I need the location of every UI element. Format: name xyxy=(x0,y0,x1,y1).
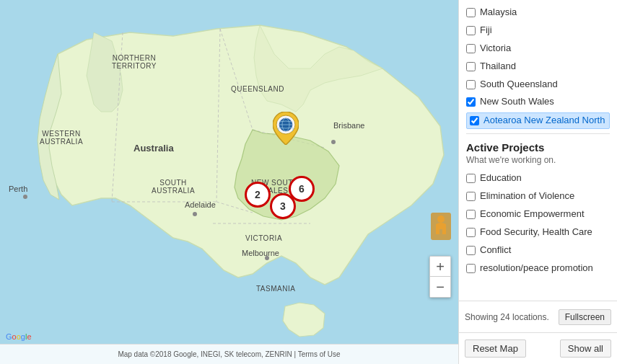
label-elimination-violence[interactable]: Elimination of Violence xyxy=(480,190,574,203)
label-aotearoa[interactable]: Aotearoa New Zealand North xyxy=(483,115,605,127)
filter-item-conflict: Conflict xyxy=(466,241,610,259)
svg-point-9 xyxy=(193,212,197,216)
label-fiji[interactable]: Fiji xyxy=(480,25,492,37)
filter-item-fiji: Fiji xyxy=(466,22,610,40)
pegman-icon[interactable] xyxy=(431,213,451,240)
checkbox-malaysia[interactable] xyxy=(466,8,476,17)
map-container: Australia NORTHERNTERRITORY WESTERNAUSTR… xyxy=(0,0,458,364)
status-bar: Showing 24 locations. Fullscreen xyxy=(459,301,617,332)
filter-item-food-security: Food Security, Health Care xyxy=(466,223,610,241)
checkbox-new-south-wales[interactable] xyxy=(466,97,476,107)
cluster-marker-6[interactable]: 6 xyxy=(289,176,315,202)
showing-locations-text: Showing 24 locations. xyxy=(465,312,549,322)
svg-point-11 xyxy=(331,140,336,144)
filter-item-thailand: Thailand xyxy=(466,58,610,76)
region-filters: Malaysia Fiji Victoria Thailand South Qu… xyxy=(466,4,610,129)
label-south-queensland[interactable]: South Queensland xyxy=(480,79,558,91)
filter-item-south-queensland: South Queensland xyxy=(466,76,610,94)
map-footer: Map data ©2018 Google, INEGI, SK telecom… xyxy=(0,344,458,364)
label-new-south-wales[interactable]: New South Wales xyxy=(480,96,554,108)
active-projects-subtitle: What we're working on. xyxy=(466,155,610,165)
filter-item-resolution-peace: resolution/peace promotion xyxy=(466,259,610,278)
filter-item-aotearoa: Aotearoa New Zealand North xyxy=(466,112,610,129)
google-logo: Google xyxy=(6,332,32,341)
checkbox-south-queensland[interactable] xyxy=(466,80,476,89)
label-education[interactable]: Education xyxy=(480,172,522,185)
fullscreen-button[interactable]: Fullscreen xyxy=(559,309,611,325)
checkbox-resolution-peace[interactable] xyxy=(466,264,476,273)
zoom-controls: + − xyxy=(429,256,451,298)
label-food-security[interactable]: Food Security, Health Care xyxy=(480,226,592,239)
cluster-marker-2[interactable]: 2 xyxy=(245,182,271,208)
checkbox-aotearoa[interactable] xyxy=(470,116,479,125)
label-economic-empowerment[interactable]: Economic Empowerment xyxy=(480,208,585,221)
right-panel: Malaysia Fiji Victoria Thailand South Qu… xyxy=(458,0,617,364)
label-thailand[interactable]: Thailand xyxy=(480,61,516,73)
label-victoria[interactable]: Victoria xyxy=(480,43,511,55)
reset-map-button[interactable]: Reset Map xyxy=(465,339,526,358)
cluster-count-6[interactable]: 6 xyxy=(289,176,315,202)
active-projects-title: Active Projects xyxy=(466,141,610,154)
zoom-out-button[interactable]: − xyxy=(430,277,450,297)
checkbox-thailand[interactable] xyxy=(466,62,476,71)
map-attribution: Map data ©2018 Google, INEGI, SK telecom… xyxy=(118,350,340,358)
filter-item-elimination-violence: Elimination of Violence xyxy=(466,187,610,205)
map-svg xyxy=(0,0,458,364)
label-malaysia[interactable]: Malaysia xyxy=(480,6,517,19)
show-all-button[interactable]: Show all xyxy=(560,339,611,358)
label-conflict[interactable]: Conflict xyxy=(480,244,511,257)
project-filters: Education Elimination of Violence Econom… xyxy=(466,169,610,277)
checkbox-victoria[interactable] xyxy=(466,44,476,53)
checkbox-elimination-violence[interactable] xyxy=(466,192,476,201)
filter-item-new-south-wales: New South Wales xyxy=(466,93,610,111)
pin-marker[interactable] xyxy=(273,112,299,143)
divider xyxy=(466,133,610,134)
bottom-actions: Reset Map Show all xyxy=(459,332,617,364)
filter-section: Malaysia Fiji Victoria Thailand South Qu… xyxy=(459,0,617,301)
label-resolution-peace[interactable]: resolution/peace promotion xyxy=(480,262,593,275)
svg-point-10 xyxy=(265,256,269,260)
filter-item-malaysia: Malaysia xyxy=(466,4,610,22)
filter-item-victoria: Victoria xyxy=(466,40,610,58)
zoom-in-button[interactable]: + xyxy=(430,257,450,277)
filter-item-economic-empowerment: Economic Empowerment xyxy=(466,205,610,223)
cluster-count-2[interactable]: 2 xyxy=(245,182,271,208)
checkbox-conflict[interactable] xyxy=(466,246,476,255)
svg-point-16 xyxy=(437,216,445,223)
checkbox-food-security[interactable] xyxy=(466,228,476,237)
svg-point-8 xyxy=(23,195,27,199)
checkbox-economic-empowerment[interactable] xyxy=(466,210,476,219)
checkbox-education[interactable] xyxy=(466,174,476,183)
checkbox-fiji[interactable] xyxy=(466,26,476,35)
filter-item-education: Education xyxy=(466,169,610,187)
